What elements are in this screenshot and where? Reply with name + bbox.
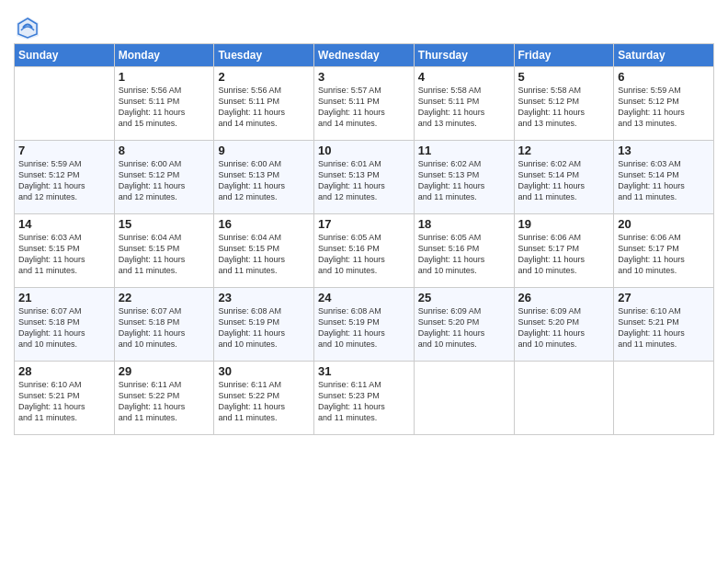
cell-info: Sunrise: 6:02 AM Sunset: 5:13 PM Dayligh… (418, 158, 510, 203)
cell-info: Sunrise: 6:04 AM Sunset: 5:15 PM Dayligh… (218, 232, 310, 277)
calendar-cell: 10Sunrise: 6:01 AM Sunset: 5:13 PM Dayli… (314, 141, 415, 214)
day-number: 6 (618, 70, 710, 84)
cell-info: Sunrise: 5:59 AM Sunset: 5:12 PM Dayligh… (618, 85, 710, 130)
cell-info: Sunrise: 6:11 AM Sunset: 5:22 PM Dayligh… (218, 379, 310, 424)
calendar-cell: 9Sunrise: 6:00 AM Sunset: 5:13 PM Daylig… (214, 141, 314, 214)
svg-marker-0 (17, 17, 39, 40)
day-header-friday: Friday (514, 44, 614, 67)
calendar-cell: 22Sunrise: 6:07 AM Sunset: 5:18 PM Dayli… (114, 288, 214, 362)
cell-info: Sunrise: 6:04 AM Sunset: 5:15 PM Dayligh… (119, 232, 210, 277)
calendar-cell: 26Sunrise: 6:09 AM Sunset: 5:20 PM Dayli… (514, 288, 614, 362)
day-number: 9 (218, 144, 310, 157)
cell-info: Sunrise: 5:58 AM Sunset: 5:12 PM Dayligh… (518, 85, 610, 130)
day-number: 26 (518, 291, 610, 304)
day-number: 14 (18, 217, 110, 231)
cell-info: Sunrise: 5:59 AM Sunset: 5:12 PM Dayligh… (18, 158, 110, 203)
calendar-cell (15, 67, 115, 141)
calendar-cell: 5Sunrise: 5:58 AM Sunset: 5:12 PM Daylig… (514, 67, 614, 141)
cell-info: Sunrise: 6:10 AM Sunset: 5:21 PM Dayligh… (18, 379, 110, 424)
calendar-cell: 29Sunrise: 6:11 AM Sunset: 5:22 PM Dayli… (114, 362, 214, 435)
header (14, 9, 714, 41)
day-number: 8 (119, 144, 210, 157)
day-number: 7 (18, 144, 110, 157)
day-number: 2 (218, 70, 310, 84)
cell-info: Sunrise: 6:00 AM Sunset: 5:13 PM Dayligh… (218, 158, 310, 203)
calendar-week-1: 1Sunrise: 5:56 AM Sunset: 5:11 PM Daylig… (15, 67, 714, 141)
logo (14, 14, 45, 41)
day-number: 17 (318, 217, 410, 231)
calendar-cell: 16Sunrise: 6:04 AM Sunset: 5:15 PM Dayli… (214, 214, 314, 288)
cell-info: Sunrise: 6:06 AM Sunset: 5:17 PM Dayligh… (618, 232, 710, 277)
day-header-sunday: Sunday (15, 44, 115, 67)
cell-info: Sunrise: 6:07 AM Sunset: 5:18 PM Dayligh… (18, 305, 110, 350)
cell-info: Sunrise: 5:56 AM Sunset: 5:11 PM Dayligh… (218, 85, 310, 130)
day-number: 21 (18, 291, 110, 304)
calendar-cell: 25Sunrise: 6:09 AM Sunset: 5:20 PM Dayli… (414, 288, 514, 362)
day-number: 23 (218, 291, 310, 304)
cell-info: Sunrise: 6:05 AM Sunset: 5:16 PM Dayligh… (318, 232, 410, 277)
calendar-cell: 27Sunrise: 6:10 AM Sunset: 5:21 PM Dayli… (614, 288, 714, 362)
day-number: 4 (418, 70, 510, 84)
day-number: 22 (119, 291, 210, 304)
day-number: 27 (618, 291, 710, 304)
day-number: 18 (418, 217, 510, 231)
cell-info: Sunrise: 6:00 AM Sunset: 5:12 PM Dayligh… (119, 158, 210, 203)
calendar-cell: 24Sunrise: 6:08 AM Sunset: 5:19 PM Dayli… (314, 288, 415, 362)
day-header-saturday: Saturday (614, 44, 714, 67)
calendar-cell (614, 362, 714, 435)
day-number: 1 (119, 70, 210, 84)
day-number: 12 (518, 144, 610, 157)
day-number: 31 (318, 364, 410, 378)
calendar-table: SundayMondayTuesdayWednesdayThursdayFrid… (14, 43, 714, 435)
cell-info: Sunrise: 6:03 AM Sunset: 5:15 PM Dayligh… (18, 232, 110, 277)
day-number: 20 (618, 217, 710, 231)
calendar-cell: 30Sunrise: 6:11 AM Sunset: 5:22 PM Dayli… (214, 362, 314, 435)
calendar-week-5: 28Sunrise: 6:10 AM Sunset: 5:21 PM Dayli… (15, 362, 714, 435)
day-number: 5 (518, 70, 610, 84)
calendar-cell: 7Sunrise: 5:59 AM Sunset: 5:12 PM Daylig… (15, 141, 115, 214)
cell-info: Sunrise: 6:08 AM Sunset: 5:19 PM Dayligh… (318, 305, 410, 350)
cell-info: Sunrise: 6:03 AM Sunset: 5:14 PM Dayligh… (618, 158, 710, 203)
cell-info: Sunrise: 6:11 AM Sunset: 5:22 PM Dayligh… (119, 379, 210, 424)
cell-info: Sunrise: 6:08 AM Sunset: 5:19 PM Dayligh… (218, 305, 310, 350)
cell-info: Sunrise: 5:58 AM Sunset: 5:11 PM Dayligh… (418, 85, 510, 130)
day-number: 15 (119, 217, 210, 231)
day-number: 13 (618, 144, 710, 157)
cell-info: Sunrise: 6:05 AM Sunset: 5:16 PM Dayligh… (418, 232, 510, 277)
calendar-cell: 2Sunrise: 5:56 AM Sunset: 5:11 PM Daylig… (214, 67, 314, 141)
cell-info: Sunrise: 6:02 AM Sunset: 5:14 PM Dayligh… (518, 158, 610, 203)
calendar-cell: 14Sunrise: 6:03 AM Sunset: 5:15 PM Dayli… (15, 214, 115, 288)
cell-info: Sunrise: 6:09 AM Sunset: 5:20 PM Dayligh… (518, 305, 610, 350)
calendar-cell: 17Sunrise: 6:05 AM Sunset: 5:16 PM Dayli… (314, 214, 415, 288)
cell-info: Sunrise: 6:06 AM Sunset: 5:17 PM Dayligh… (518, 232, 610, 277)
calendar-week-4: 21Sunrise: 6:07 AM Sunset: 5:18 PM Dayli… (15, 288, 714, 362)
calendar-cell: 4Sunrise: 5:58 AM Sunset: 5:11 PM Daylig… (414, 67, 514, 141)
day-header-wednesday: Wednesday (314, 44, 415, 67)
day-number: 10 (318, 144, 410, 157)
day-number: 28 (18, 364, 110, 378)
cell-info: Sunrise: 6:09 AM Sunset: 5:20 PM Dayligh… (418, 305, 510, 350)
day-header-thursday: Thursday (414, 44, 514, 67)
day-number: 3 (318, 70, 410, 84)
calendar-cell: 28Sunrise: 6:10 AM Sunset: 5:21 PM Dayli… (15, 362, 115, 435)
calendar-cell: 21Sunrise: 6:07 AM Sunset: 5:18 PM Dayli… (15, 288, 115, 362)
cell-info: Sunrise: 5:57 AM Sunset: 5:11 PM Dayligh… (318, 85, 410, 130)
calendar-cell: 12Sunrise: 6:02 AM Sunset: 5:14 PM Dayli… (514, 141, 614, 214)
cell-info: Sunrise: 5:56 AM Sunset: 5:11 PM Dayligh… (119, 85, 210, 130)
cell-info: Sunrise: 6:11 AM Sunset: 5:23 PM Dayligh… (318, 379, 410, 424)
day-header-monday: Monday (114, 44, 214, 67)
main-container: SundayMondayTuesdayWednesdayThursdayFrid… (0, 0, 728, 440)
day-number: 29 (119, 364, 210, 378)
calendar-cell: 19Sunrise: 6:06 AM Sunset: 5:17 PM Dayli… (514, 214, 614, 288)
day-number: 19 (518, 217, 610, 231)
calendar-week-3: 14Sunrise: 6:03 AM Sunset: 5:15 PM Dayli… (15, 214, 714, 288)
calendar-week-2: 7Sunrise: 5:59 AM Sunset: 5:12 PM Daylig… (15, 141, 714, 214)
calendar-cell: 15Sunrise: 6:04 AM Sunset: 5:15 PM Dayli… (114, 214, 214, 288)
calendar-cell: 6Sunrise: 5:59 AM Sunset: 5:12 PM Daylig… (614, 67, 714, 141)
calendar-cell: 8Sunrise: 6:00 AM Sunset: 5:12 PM Daylig… (114, 141, 214, 214)
day-header-tuesday: Tuesday (214, 44, 314, 67)
logo-icon (14, 14, 41, 41)
cell-info: Sunrise: 6:07 AM Sunset: 5:18 PM Dayligh… (119, 305, 210, 350)
day-number: 30 (218, 364, 310, 378)
calendar-cell: 23Sunrise: 6:08 AM Sunset: 5:19 PM Dayli… (214, 288, 314, 362)
